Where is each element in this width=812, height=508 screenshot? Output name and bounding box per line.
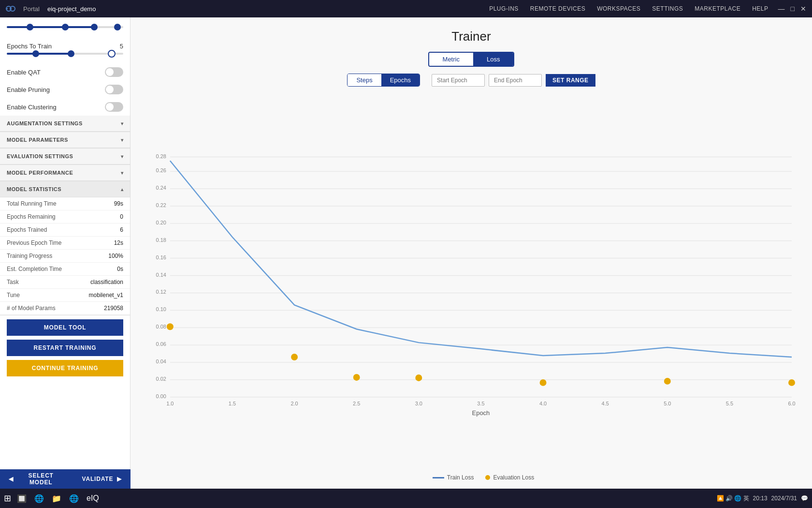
steps-button[interactable]: Steps bbox=[348, 74, 381, 86]
nav-help[interactable]: HELP bbox=[752, 5, 768, 12]
titlebar-nav: PLUG-INS REMOTE DEVICES WORKSPACES SETTI… bbox=[489, 5, 768, 12]
model-tool-button[interactable]: MODEL TOOL bbox=[7, 319, 123, 336]
continue-training-button[interactable]: CONTINUE TRAINING bbox=[7, 360, 123, 376]
chevron-down-icon: ▾ bbox=[121, 137, 124, 143]
tray-time: 20:13 bbox=[753, 495, 768, 502]
accordion-model-params: MODEL PARAMETERS ▾ bbox=[0, 132, 130, 149]
start-epoch-input[interactable] bbox=[432, 74, 485, 87]
toggle-clustering-label: Enable Clustering bbox=[7, 104, 57, 111]
svg-text:2.0: 2.0 bbox=[290, 401, 298, 406]
app-logo bbox=[6, 4, 19, 14]
stats-section: Total Running Time 99s Epochs Remaining … bbox=[0, 197, 130, 315]
restart-training-button[interactable]: RESTART TRAINING bbox=[7, 340, 123, 356]
taskbar-eiq[interactable]: eIQ bbox=[87, 494, 99, 503]
chevron-down-icon: ▾ bbox=[121, 154, 124, 159]
svg-text:0.16: 0.16 bbox=[156, 254, 166, 260]
epochs-section: Epochs To Train 5 bbox=[0, 37, 130, 63]
svg-text:0.28: 0.28 bbox=[156, 153, 166, 159]
nav-plugins[interactable]: PLUG-INS bbox=[489, 5, 519, 12]
stat-total-running-time: Total Running Time 99s bbox=[0, 197, 130, 210]
eval-loss-dot bbox=[664, 378, 671, 385]
epochs-slider[interactable] bbox=[7, 53, 123, 55]
toggle-clustering-switch[interactable] bbox=[105, 102, 123, 112]
legend-train-label: Train Loss bbox=[447, 474, 474, 481]
svg-text:0.02: 0.02 bbox=[156, 376, 166, 382]
eval-loss-dot bbox=[788, 379, 795, 386]
sidebar: Epochs To Train 5 Enable QAT Enable Prun… bbox=[0, 17, 130, 489]
top-slider-track[interactable] bbox=[7, 26, 123, 28]
svg-text:0.14: 0.14 bbox=[156, 272, 166, 278]
svg-text:0.06: 0.06 bbox=[156, 341, 166, 347]
stat-tune: Tune mobilenet_v1 bbox=[0, 289, 130, 302]
svg-text:0.18: 0.18 bbox=[156, 237, 166, 243]
toggle-pruning-label: Enable Pruning bbox=[7, 86, 50, 93]
accordion-eval-settings-header[interactable]: EVALUATION SETTINGS ▾ bbox=[0, 149, 130, 164]
maximize-button[interactable]: □ bbox=[791, 5, 795, 13]
stat-epochs-remaining: Epochs Remaining 0 bbox=[0, 210, 130, 224]
end-epoch-input[interactable] bbox=[489, 74, 542, 87]
epochs-button[interactable]: Epochs bbox=[381, 74, 420, 86]
svg-text:5.5: 5.5 bbox=[726, 401, 733, 406]
epochs-value: 5 bbox=[120, 43, 123, 50]
svg-text:5.0: 5.0 bbox=[664, 401, 671, 406]
nav-workspaces[interactable]: WORKSPACES bbox=[597, 5, 640, 12]
bottom-nav: ◀ SELECT MODEL VALIDATE ▶ bbox=[0, 469, 130, 489]
nav-settings[interactable]: SETTINGS bbox=[652, 5, 683, 12]
titlebar: Portal eiq-project_demo PLUG-INS REMOTE … bbox=[0, 0, 812, 17]
stat-training-progress: Training Progress 100% bbox=[0, 250, 130, 263]
legend-train-line bbox=[433, 477, 444, 478]
legend-eval-loss: Evaluation Loss bbox=[485, 474, 534, 481]
legend-eval-label: Evaluation Loss bbox=[493, 474, 534, 481]
nav-marketplace[interactable]: MARKETPLACE bbox=[695, 5, 740, 12]
accordion-model-params-header[interactable]: MODEL PARAMETERS ▾ bbox=[0, 132, 130, 148]
tray-date: 2024/7/31 bbox=[771, 495, 797, 502]
close-button[interactable]: ✕ bbox=[800, 5, 806, 13]
legend-train-loss: Train Loss bbox=[433, 474, 474, 481]
svg-text:4.0: 4.0 bbox=[539, 401, 547, 406]
eval-loss-dot bbox=[415, 374, 422, 381]
legend-eval-dot bbox=[485, 475, 490, 480]
metric-loss-tabs: Metric Loss bbox=[428, 52, 515, 67]
accordion-model-stats-header[interactable]: MODEL STATISTICS ▴ bbox=[0, 181, 130, 197]
tab-loss[interactable]: Loss bbox=[473, 53, 513, 66]
stat-est-completion: Est. Completion Time 0s bbox=[0, 263, 130, 276]
taskbar-tray: 🔼 🔊 🌐 英 20:13 2024/7/31 💬 bbox=[717, 494, 808, 503]
toggle-qat-switch[interactable] bbox=[105, 67, 123, 77]
toggle-pruning: Enable Pruning bbox=[0, 81, 130, 98]
svg-text:3.0: 3.0 bbox=[415, 401, 422, 406]
svg-text:1.5: 1.5 bbox=[229, 401, 236, 406]
chevron-down-icon: ▾ bbox=[121, 121, 124, 126]
chevron-up-icon: ▴ bbox=[121, 187, 124, 192]
toggle-qat-label: Enable QAT bbox=[7, 69, 41, 76]
validate-button[interactable]: VALIDATE ▶ bbox=[73, 469, 130, 489]
svg-text:0.04: 0.04 bbox=[156, 359, 166, 364]
stat-task: Task classification bbox=[0, 276, 130, 289]
epochs-label: Epochs To Train bbox=[7, 43, 52, 50]
accordion-model-perf: MODEL PERFORMANCE ▾ bbox=[0, 165, 130, 181]
set-range-button[interactable]: SET RANGE bbox=[546, 74, 595, 87]
accordion-augmentation: AUGMENTATION SETTINGS ▾ bbox=[0, 116, 130, 132]
taskbar: ⊞ 🔲 🌐 📁 🌐 eIQ 🔼 🔊 🌐 英 20:13 2024/7/31 💬 bbox=[0, 489, 812, 508]
toggle-pruning-switch[interactable] bbox=[105, 85, 123, 94]
svg-text:0.26: 0.26 bbox=[156, 167, 166, 173]
tray-icons: 🔼 🔊 🌐 英 bbox=[717, 494, 749, 503]
eval-loss-dot bbox=[291, 354, 298, 360]
nav-remote-devices[interactable]: REMOTE DEVICES bbox=[530, 5, 585, 12]
accordion-model-perf-header[interactable]: MODEL PERFORMANCE ▾ bbox=[0, 165, 130, 181]
notification-button[interactable]: 💬 bbox=[801, 495, 808, 502]
select-model-button[interactable]: ◀ SELECT MODEL bbox=[0, 469, 73, 489]
accordion-augmentation-header[interactable]: AUGMENTATION SETTINGS ▾ bbox=[0, 116, 130, 132]
toggle-clustering: Enable Clustering bbox=[0, 98, 130, 116]
titlebar-project: eiq-project_demo bbox=[47, 5, 96, 13]
taskbar-browser[interactable]: 🌐 bbox=[69, 494, 79, 503]
taskbar-edge[interactable]: 🌐 bbox=[34, 494, 44, 503]
tab-metric[interactable]: Metric bbox=[429, 53, 473, 66]
minimize-button[interactable]: — bbox=[778, 5, 785, 13]
start-button[interactable]: ⊞ bbox=[4, 493, 11, 504]
taskbar-task-view[interactable]: 🔲 bbox=[17, 494, 27, 503]
chart-legend: Train Loss Evaluation Loss bbox=[408, 474, 534, 481]
range-controls: Steps Epochs SET RANGE bbox=[347, 74, 595, 87]
svg-text:0.00: 0.00 bbox=[156, 393, 166, 399]
accordion-eval-settings: EVALUATION SETTINGS ▾ bbox=[0, 149, 130, 165]
taskbar-explorer[interactable]: 📁 bbox=[52, 494, 61, 503]
